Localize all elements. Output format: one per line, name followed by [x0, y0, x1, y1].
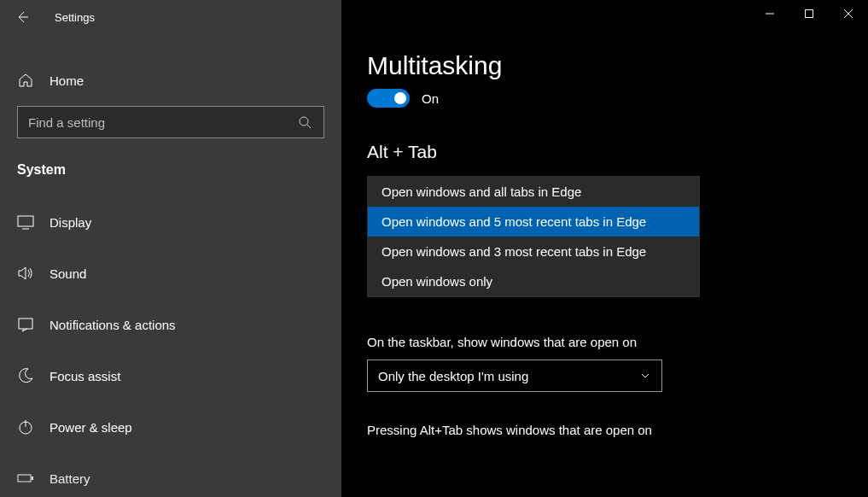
moon-icon	[17, 367, 34, 384]
home-icon	[17, 72, 34, 89]
app-title: Settings	[55, 11, 95, 24]
nav-label: Battery	[50, 471, 90, 486]
battery-icon	[17, 470, 34, 487]
main-panel: Multitasking On Alt + Tab Open windows a…	[341, 0, 868, 497]
taskbar-windows-label: On the taskbar, show windows that are op…	[367, 335, 842, 349]
back-button[interactable]	[10, 5, 34, 29]
search-box[interactable]	[17, 106, 324, 138]
display-icon	[17, 213, 34, 231]
chevron-down-icon	[639, 370, 651, 382]
nav-focus-assist[interactable]: Focus assist	[0, 355, 341, 396]
nav-home[interactable]: Home	[0, 60, 341, 101]
titlebar: Settings	[0, 0, 341, 34]
taskbar-windows-dropdown[interactable]: Only the desktop I'm using	[367, 360, 662, 392]
svg-rect-9	[32, 477, 33, 480]
toggle-state-label: On	[422, 91, 439, 106]
svg-line-2	[307, 125, 311, 128]
page-title: Multitasking	[367, 51, 842, 80]
multitasking-toggle-row: On	[367, 89, 842, 108]
alt-tab-option[interactable]: Open windows only	[368, 266, 699, 296]
close-button[interactable]	[829, 0, 868, 27]
multitasking-toggle[interactable]	[367, 89, 410, 108]
nav-label: Power & sleep	[50, 420, 132, 435]
dropdown-value: Only the desktop I'm using	[378, 369, 528, 383]
alt-tab-heading: Alt + Tab	[367, 142, 842, 162]
search-wrap	[0, 106, 341, 138]
content: Multitasking On Alt + Tab Open windows a…	[341, 0, 868, 437]
nav-home-label: Home	[50, 73, 84, 88]
svg-rect-3	[18, 216, 33, 226]
arrow-left-icon	[14, 9, 31, 26]
alt-tab-option[interactable]: Open windows and 3 most recent tabs in E…	[368, 237, 699, 266]
svg-rect-8	[18, 475, 31, 482]
svg-rect-5	[19, 319, 32, 329]
svg-point-1	[300, 117, 308, 126]
sidebar: Settings Home System Display Sound Notif…	[0, 0, 341, 497]
maximize-button[interactable]	[789, 0, 829, 27]
nav-label: Focus assist	[50, 369, 120, 383]
notifications-icon	[17, 316, 34, 333]
toggle-knob	[394, 92, 406, 104]
power-icon	[17, 418, 34, 436]
search-input[interactable]	[28, 115, 296, 130]
minimize-button[interactable]	[750, 0, 789, 27]
category-title: System	[0, 138, 341, 191]
nav-label: Notifications & actions	[50, 318, 176, 332]
alt-tab-dropdown-open[interactable]: Open windows and all tabs in Edge Open w…	[367, 176, 700, 297]
alt-tab-option[interactable]: Open windows and 5 most recent tabs in E…	[368, 207, 699, 237]
sound-icon	[17, 265, 34, 282]
nav-sound[interactable]: Sound	[0, 253, 341, 294]
search-icon	[296, 114, 313, 131]
nav-battery[interactable]: Battery	[0, 458, 341, 497]
nav-display[interactable]: Display	[0, 202, 341, 243]
nav-power-sleep[interactable]: Power & sleep	[0, 406, 341, 447]
alttab-windows-label: Pressing Alt+Tab shows windows that are …	[367, 423, 842, 437]
nav-label: Display	[50, 215, 91, 230]
nav-label: Sound	[50, 266, 86, 281]
window-controls	[750, 0, 868, 27]
nav-notifications[interactable]: Notifications & actions	[0, 304, 341, 345]
svg-rect-11	[806, 10, 813, 18]
alt-tab-option[interactable]: Open windows and all tabs in Edge	[368, 177, 699, 207]
